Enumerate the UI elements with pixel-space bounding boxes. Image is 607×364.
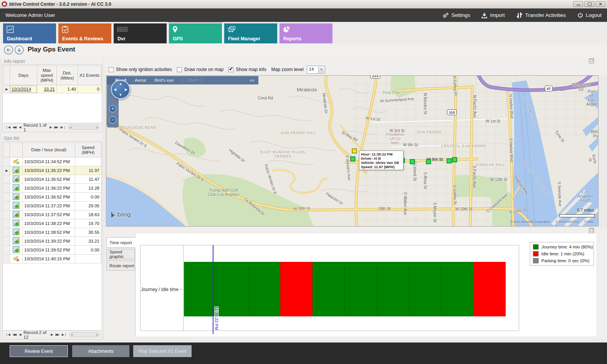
pan-left-icon[interactable]: ◀ (114, 88, 116, 91)
gps-list-row[interactable]: 10/3/2014 11:37:22 PM29.05 (4, 202, 101, 210)
map-style-bird-s-eye[interactable]: Bird's eye (154, 78, 174, 83)
next-page-icon[interactable]: ▶▶ (55, 333, 58, 337)
pager-scrollbar[interactable]: ◀▶ (68, 125, 100, 130)
max-speed-cell[interactable]: 33.21 (37, 85, 57, 93)
pan-down-icon[interactable]: ▼ (119, 93, 122, 97)
col-datetime[interactable]: Date / hour (local) (23, 143, 75, 157)
tab-reports[interactable]: Reports (280, 23, 332, 43)
tab-events-reviews[interactable]: Events & Reviews (58, 23, 111, 43)
prev-record-icon[interactable]: ◀ (19, 126, 21, 129)
legend-row: Journey time: 4 min (80%) (533, 244, 591, 250)
tab-route-report[interactable]: Route report (106, 260, 135, 271)
days-cell[interactable]: 10/3/2014 (10, 85, 37, 93)
col-dist[interactable]: Dist. (Miles) (57, 66, 78, 85)
zoom-in-button[interactable]: + (109, 105, 116, 113)
first-record-icon[interactable]: ❘◀ (5, 126, 10, 129)
col-max-speed[interactable]: Max speed (MPH) (37, 66, 57, 85)
prev-page-icon[interactable]: ◀◀ (13, 333, 16, 337)
tab-dvr[interactable]: MERGEDvr (114, 23, 167, 43)
tab-time-report[interactable]: Time report (106, 237, 136, 248)
next-record-icon[interactable]: ▶ (50, 126, 52, 129)
pager-scrollbar[interactable]: ◀▶ (69, 332, 100, 337)
logout-button[interactable]: Logout (577, 12, 602, 18)
route-start-marker[interactable] (352, 149, 357, 154)
map-toolbar-collapse-button[interactable]: << (250, 78, 255, 83)
checkbox-icon[interactable] (177, 67, 182, 72)
maximize-button[interactable] (584, 1, 594, 7)
checkbox-show-map-info[interactable]: ✔Show map info (228, 67, 266, 72)
zoom-out-button[interactable]: − (109, 116, 116, 124)
speed-cell (75, 157, 101, 166)
gps-list-row[interactable]: 10/3/2014 11:35:52 PM11.47 (4, 175, 101, 184)
checkbox-label: Draw route on map (184, 67, 223, 72)
pan-right-icon[interactable]: ▶ (125, 88, 127, 91)
review-event-button[interactable]: Review Event (10, 345, 68, 357)
route-point-marker[interactable] (447, 159, 452, 164)
speed-cell: 30.55 (75, 228, 101, 237)
checkbox-icon[interactable]: ✔ (228, 67, 233, 72)
route-point-marker[interactable] (351, 157, 356, 162)
gps-list-row[interactable]: 10/3/2014 11:40:15 PM (4, 255, 101, 263)
attachments-button[interactable]: Attachments (72, 345, 129, 357)
report-panel-restore-button[interactable] (589, 228, 594, 233)
bing-map[interactable]: MiralesteCrest RdMiraleste DrSan Pedro H… (106, 75, 599, 227)
map-label: W 25th St (293, 206, 310, 211)
settings-button[interactable]: Settings (442, 12, 470, 18)
back-button[interactable] (4, 45, 13, 55)
close-button[interactable]: ✕ (595, 1, 605, 7)
gps-list-row[interactable]: 10/3/2014 11:38:52 PM30.55 (4, 228, 101, 237)
route-point-marker[interactable] (426, 159, 431, 164)
tab-dashboard[interactable]: Dashboard (3, 23, 56, 43)
map-zoom-level-select[interactable]: 14 ▼ (307, 66, 325, 74)
map-label: S Alma St (423, 172, 427, 189)
route-point-marker[interactable] (410, 159, 415, 164)
gps-list-row[interactable]: 10/3/2014 11:39:22 PM33.21 (4, 237, 101, 246)
checkbox-show-only-ignition-activities[interactable]: Show only ignition activities (109, 67, 172, 72)
last-record-icon[interactable]: ▶❘ (61, 126, 66, 129)
header-actions: SettingsImportTransfer ActivitiesLogout (442, 8, 602, 22)
speed-cell: 0.00 (75, 246, 101, 255)
gps-list-row[interactable]: 10/3/2014 11:36:52 PM0.00 (4, 193, 101, 202)
first-record-icon[interactable]: ❘◀ (5, 333, 10, 337)
breadcrumb: Play Gps Event (0, 43, 607, 58)
tab-gps[interactable]: GPS (169, 23, 222, 43)
checkbox-draw-route-on-map[interactable]: Draw route on map (177, 67, 223, 72)
map-style-labels[interactable]: Labels (182, 78, 202, 83)
col-speed[interactable]: Speed (MPH) (75, 143, 101, 157)
gps-list-panel: Date / hour (local) Speed (MPH) 10/3/201… (2, 141, 102, 339)
map-panel-restore-button[interactable] (589, 58, 594, 63)
minimize-button[interactable] (573, 1, 583, 7)
checkbox-icon[interactable] (109, 67, 114, 72)
import-button[interactable]: Import (481, 12, 504, 18)
next-record-icon[interactable]: ▶ (51, 333, 53, 337)
transfer-activities-button[interactable]: Transfer Activities (516, 12, 566, 18)
trucks-icon (228, 26, 236, 34)
gps-list-row[interactable]: 10/3/2014 11:34:52 PM (4, 157, 101, 166)
gps-list-row[interactable]: 10/3/2014 11:37:52 PM18.63 (4, 210, 101, 219)
route-point-marker[interactable] (452, 157, 457, 162)
map-pan-control[interactable]: ▲ ▼ ◀ ▶ (111, 80, 130, 99)
col-x1-events[interactable]: X1 Events (78, 66, 101, 85)
gps-list-row[interactable]: ▶10/3/2014 11:35:22 PM11.97 (4, 166, 101, 175)
col-days[interactable]: Days (10, 66, 37, 85)
pan-up-icon[interactable]: ▲ (119, 82, 122, 86)
tab-label: Dvr (117, 36, 126, 41)
timeline-segment-journey (441, 262, 473, 316)
tab-fleet-manager[interactable]: Fleet Manager (224, 23, 277, 43)
gps-list-row[interactable]: 10/3/2014 11:39:52 PM0.00 (4, 246, 101, 255)
legend-label: Idle time: 1 min (20%) (541, 251, 584, 256)
gps-list-row[interactable]: 10/3/2014 11:36:22 PM13.28 (4, 184, 101, 193)
gps-list-row[interactable]: 10/3/2014 11:38:22 PM19.70 (4, 219, 101, 228)
import-icon (481, 12, 487, 18)
play-down-button[interactable] (15, 45, 24, 55)
prev-record-icon[interactable]: ◀ (19, 333, 21, 337)
next-page-icon[interactable]: ▶▶ (54, 126, 57, 129)
power-icon (577, 12, 583, 18)
map-style-aerial[interactable]: Aerial (135, 78, 146, 83)
prev-page-icon[interactable]: ◀◀ (13, 126, 16, 129)
last-record-icon[interactable]: ▶❘ (62, 333, 67, 337)
info-report-row[interactable]: ▶ 10/3/2014 33.21 1.40 0 (4, 85, 101, 93)
speed-cell (75, 255, 101, 263)
datetime-cell: 10/3/2014 11:36:52 PM (23, 193, 75, 202)
tab-speed-graphic[interactable]: Speed graphic (106, 249, 135, 259)
